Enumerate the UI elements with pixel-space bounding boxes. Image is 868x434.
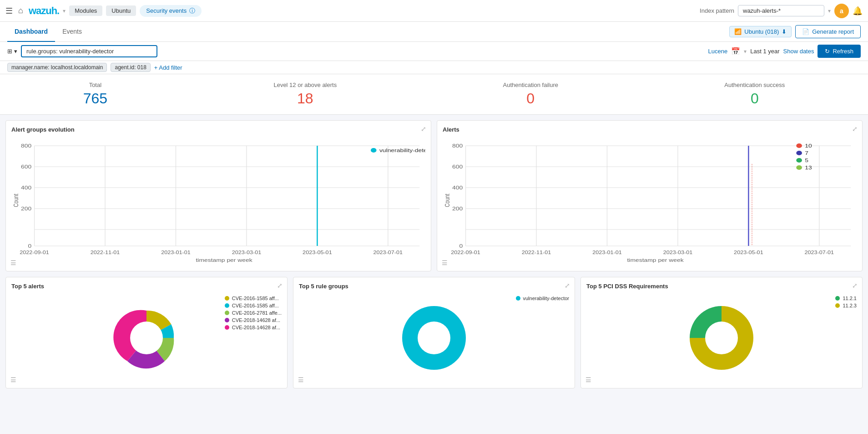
generate-report-button[interactable]: 📄 Generate report (795, 25, 861, 38)
chart-menu-icon[interactable]: ☰ (298, 376, 304, 383)
expand-icon[interactable]: ⤢ (421, 125, 426, 133)
index-pattern-input[interactable] (738, 5, 824, 16)
top5-rule-groups-chart (299, 293, 569, 383)
avatar[interactable]: a (834, 4, 849, 18)
chart-menu-icon[interactable]: ☰ (585, 376, 591, 383)
home-icon[interactable]: ⌂ (18, 6, 23, 15)
svg-text:2023-03-01: 2023-03-01 (232, 250, 262, 255)
chart-menu-icon[interactable]: ☰ (10, 259, 16, 266)
expand-icon[interactable]: ⤢ (852, 282, 858, 289)
legend-item: CVE-2016-1585 aff... (225, 303, 282, 308)
stat-auth-success-value: 0 (724, 90, 785, 107)
svg-text:2022-11-01: 2022-11-01 (522, 250, 551, 255)
svg-text:13: 13 (805, 165, 812, 170)
download-icon: ⬇ (782, 28, 787, 35)
stat-level12-label: Level 12 or above alerts (273, 82, 337, 88)
filter-query-input[interactable] (21, 45, 157, 57)
svg-text:200: 200 (21, 206, 31, 211)
logo-chevron-icon[interactable]: ▾ (63, 8, 66, 14)
svg-text:5: 5 (805, 158, 808, 163)
top5-rule-groups-legend: vulnerability-detector (516, 296, 570, 301)
legend-item: CVE-2016-2781 affe... (225, 310, 282, 316)
alert-groups-title: Alert groups evolution (11, 126, 425, 133)
calendar-icon[interactable]: 📅 (731, 47, 740, 56)
top5-alerts-panel: Top 5 alerts ⤢ (5, 277, 288, 388)
tab-events[interactable]: Events (55, 22, 89, 42)
stat-auth-success-label: Authentication success (724, 82, 785, 88)
svg-text:Count: Count (444, 194, 451, 207)
alerts-panel: Alerts ⤢ 800 (437, 120, 863, 271)
svg-text:2023-05-01: 2023-05-01 (303, 250, 332, 255)
stat-auth-success: Authentication success 0 (724, 82, 785, 107)
svg-point-66 (705, 322, 738, 354)
svg-text:2023-01-01: 2023-01-01 (161, 250, 191, 255)
lucene-button[interactable]: Lucene (708, 48, 728, 55)
top5-pci-panel: Top 5 PCI DSS Requirements ⤢ 11.2.1 11.2… (580, 277, 863, 388)
top5-alerts-legend: CVE-2016-1585 aff... CVE-2016-1585 aff..… (225, 296, 282, 330)
svg-text:0: 0 (459, 243, 463, 249)
calendar-chevron-icon[interactable]: ▾ (744, 48, 747, 55)
legend-item: 11.2.3 (835, 303, 857, 308)
svg-text:600: 600 (21, 164, 31, 169)
stat-auth-failure-value: 0 (503, 90, 558, 107)
menu-icon[interactable]: ☰ (5, 6, 13, 16)
filter-tag-manager[interactable]: manager.name: localhost.localdomain (7, 63, 107, 72)
svg-text:2023-05-01: 2023-05-01 (734, 250, 763, 255)
svg-point-61 (796, 165, 802, 170)
legend-item: CVE-2018-14628 af... (225, 325, 282, 330)
svg-text:2022-11-01: 2022-11-01 (91, 250, 120, 255)
svg-text:2023-01-01: 2023-01-01 (592, 250, 622, 255)
refresh-icon: ↻ (825, 48, 830, 55)
expand-icon[interactable]: ⤢ (852, 125, 858, 133)
tab-dashboard[interactable]: Dashboard (7, 22, 55, 42)
svg-point-59 (796, 158, 802, 163)
svg-text:800: 800 (452, 143, 463, 148)
stat-total-value: 765 (83, 90, 107, 107)
legend-item: CVE-2018-14628 af... (225, 317, 282, 323)
expand-icon[interactable]: ⤢ (565, 282, 570, 289)
ubuntu-badge-label: Ubuntu (018) (744, 28, 779, 35)
sub-nav: Dashboard Events 📶 Ubuntu (018) ⬇ 📄 Gene… (0, 22, 868, 42)
legend-item: vulnerability-detector (516, 296, 570, 301)
chart-menu-icon[interactable]: ☰ (442, 259, 448, 266)
top5-rule-groups-panel: Top 5 rule groups ⤢ vulnerability-detect… (293, 277, 575, 388)
chart-menu-icon[interactable]: ☰ (10, 376, 16, 383)
top5-pci-legend: 11.2.1 11.2.3 (835, 296, 857, 308)
svg-point-26 (371, 148, 377, 153)
stat-total: Total 765 (83, 82, 107, 107)
alerts-title: Alerts (443, 126, 857, 133)
alerts-chart: 800 600 400 200 0 Count 2022-09-01 2022-… (443, 137, 857, 266)
svg-point-63 (130, 322, 163, 354)
security-events-label: Security events (146, 7, 187, 14)
svg-text:600: 600 (452, 164, 463, 169)
legend-item: CVE-2016-1585 aff... (225, 296, 282, 301)
top5-pci-title: Top 5 PCI DSS Requirements (586, 283, 857, 290)
top-charts-grid: Alert groups evolution ⤢ (0, 115, 868, 277)
refresh-button[interactable]: ↻ Refresh (818, 45, 861, 58)
show-dates-button[interactable]: Show dates (783, 48, 814, 55)
svg-text:Count: Count (13, 194, 20, 207)
svg-text:400: 400 (21, 185, 31, 190)
wifi-icon: 📶 (734, 28, 742, 35)
svg-text:vulnerability-detector: vulnerability-detector (379, 148, 425, 153)
svg-text:2023-07-01: 2023-07-01 (373, 250, 403, 255)
ubuntu-badge[interactable]: 📶 Ubuntu (018) ⬇ (729, 26, 792, 37)
add-filter-button[interactable]: + Add filter (154, 64, 182, 71)
agent-button[interactable]: Ubuntu (106, 5, 136, 16)
filter-tag-agent[interactable]: agent.id: 018 (111, 63, 150, 72)
index-pattern-label: Index pattern (700, 7, 734, 14)
security-events-nav[interactable]: Security events ⓘ (140, 5, 202, 17)
top5-pci-chart (586, 293, 857, 383)
modules-button[interactable]: Modules (69, 5, 102, 16)
top5-alerts-title: Top 5 alerts (11, 283, 282, 290)
wazuh-logo: wazuh. (29, 5, 59, 17)
alert-groups-chart: 800 600 400 200 0 Count 2022-09-01 2022-… (11, 137, 425, 266)
alert-groups-evolution-panel: Alert groups evolution ⤢ (5, 120, 431, 271)
index-chevron-icon[interactable]: ▾ (828, 8, 831, 14)
filter-tags-bar: manager.name: localhost.localdomain agen… (0, 61, 868, 74)
expand-icon[interactable]: ⤢ (277, 282, 283, 289)
bell-icon[interactable]: 🔔 (853, 6, 863, 16)
svg-text:400: 400 (452, 185, 463, 190)
stat-auth-failure-label: Authentication failure (503, 82, 558, 88)
filter-toggle[interactable]: ⊞ ▾ (7, 48, 17, 55)
